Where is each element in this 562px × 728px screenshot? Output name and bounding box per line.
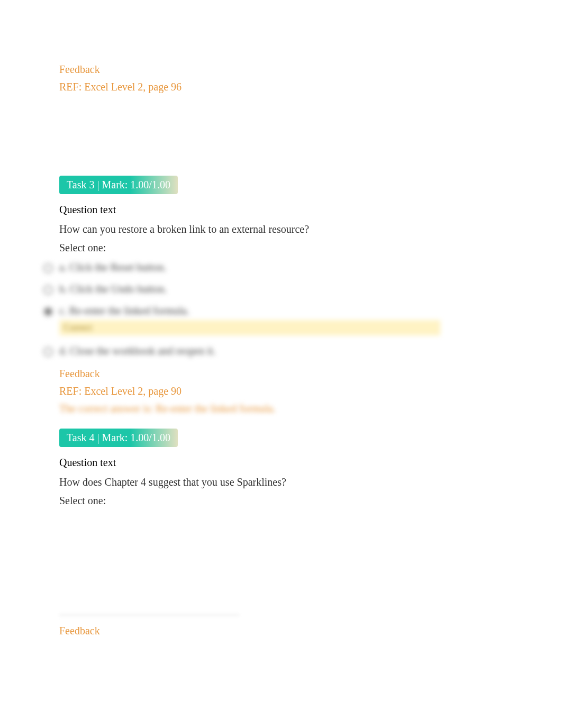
- feedback-correct-answer: The correct answer is: Re-enter the link…: [59, 403, 520, 415]
- divider: [59, 615, 239, 615]
- question-heading: Question text: [59, 204, 520, 216]
- radio-icon-selected[interactable]: [43, 307, 53, 316]
- feedback-heading: Feedback: [59, 625, 520, 637]
- option-a[interactable]: a. Click the Reset button.: [43, 261, 520, 274]
- task2-feedback: Feedback REF: Excel Level 2, page 96: [59, 63, 520, 93]
- option-label: d. Close the workbook and reopen it.: [59, 345, 216, 357]
- option-label: a. Click the Reset button.: [59, 261, 166, 273]
- question-heading: Question text: [59, 457, 520, 469]
- task-badge: Task 4 | Mark: 1.00/1.00: [59, 429, 178, 447]
- task4-block: Task 4 | Mark: 1.00/1.00 Question text H…: [59, 420, 520, 637]
- question-text: How can you restore a broken link to an …: [59, 223, 520, 235]
- question-text: How does Chapter 4 suggest that you use …: [59, 476, 520, 488]
- task4-feedback: Feedback: [59, 625, 520, 637]
- feedback-heading: Feedback: [59, 63, 520, 76]
- spacer: [59, 98, 520, 167]
- select-prompt: Select one:: [59, 242, 520, 254]
- option-label: c. Re-enter the linked formula.: [59, 305, 189, 316]
- option-b[interactable]: b. Click the Undo button.: [43, 283, 520, 295]
- option-d[interactable]: d. Close the workbook and reopen it.: [43, 345, 520, 357]
- radio-icon[interactable]: [43, 263, 53, 273]
- blurred-options: [59, 514, 520, 609]
- task3-block: Task 3 | Mark: 1.00/1.00 Question text H…: [59, 167, 520, 415]
- radio-icon[interactable]: [43, 347, 53, 357]
- option-label: b. Click the Undo button.: [59, 283, 167, 295]
- feedback-ref: REF: Excel Level 2, page 90: [59, 385, 520, 397]
- radio-icon[interactable]: [43, 285, 53, 295]
- feedback-ref: REF: Excel Level 2, page 96: [59, 81, 520, 93]
- option-c[interactable]: c. Re-enter the linked formula. Correct: [43, 305, 520, 335]
- task-badge: Task 3 | Mark: 1.00/1.00: [59, 176, 178, 194]
- select-prompt: Select one:: [59, 495, 520, 507]
- correct-indicator: Correct: [59, 320, 440, 335]
- task3-feedback: Feedback REF: Excel Level 2, page 90 The…: [59, 368, 520, 415]
- feedback-heading: Feedback: [59, 368, 520, 380]
- options-list: a. Click the Reset button. b. Click the …: [43, 261, 520, 357]
